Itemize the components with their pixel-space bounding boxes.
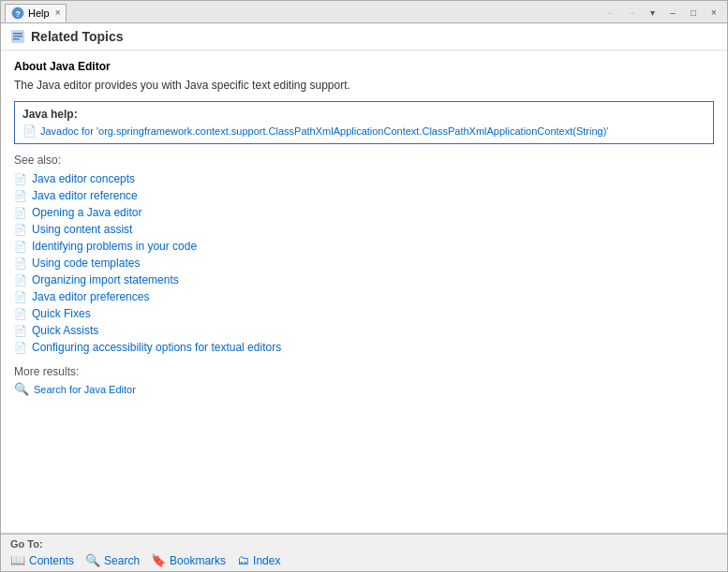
help-tab[interactable]: ? Help × <box>5 4 67 22</box>
title-bar: Related Topics <box>1 23 727 51</box>
list-item: 📄 Organizing import statements <box>14 271 714 288</box>
help-tab-icon: ? <box>11 7 24 20</box>
doc-icon: 📄 <box>14 207 27 219</box>
link-java-editor-preferences[interactable]: Java editor preferences <box>32 290 149 303</box>
search-label: Search <box>104 554 140 567</box>
help-window: ? Help × ← → ▾ – □ × Related Top <box>0 0 728 572</box>
more-results-label: More results: <box>14 365 714 378</box>
tab-navigation: ← → ▾ – □ × <box>602 5 723 22</box>
help-tab-label: Help <box>28 7 50 19</box>
bottom-bar: Go To: 📖 Contents 🔍 Search 🔖 Bookmarks 🗂… <box>1 534 727 571</box>
doc-icon: 📄 <box>14 190 27 202</box>
javadoc-doc-icon: 📄 <box>22 125 37 138</box>
see-also-list: 📄 Java editor concepts 📄 Java editor ref… <box>14 170 714 356</box>
doc-icon: 📄 <box>14 342 27 354</box>
doc-icon: 📄 <box>14 241 27 253</box>
list-item: 📄 Quick Fixes <box>14 305 714 322</box>
link-organizing-imports[interactable]: Organizing import statements <box>32 273 179 286</box>
index-link[interactable]: 🗂 Index <box>237 553 280 567</box>
goto-links: 📖 Contents 🔍 Search 🔖 Bookmarks 🗂 Index <box>10 553 718 567</box>
see-also-label: See also: <box>14 154 714 167</box>
doc-icon: 📄 <box>14 291 27 303</box>
forward-button[interactable]: → <box>622 5 641 22</box>
search-result-row: 🔍 Search for Java Editor <box>14 382 714 396</box>
svg-rect-4 <box>13 36 22 37</box>
search-for-java-editor-link[interactable]: Search for Java Editor <box>34 384 136 395</box>
list-item: 📄 Opening a Java editor <box>14 204 714 221</box>
doc-icon: 📄 <box>14 308 27 320</box>
list-item: 📄 Java editor reference <box>14 187 714 204</box>
link-quick-fixes[interactable]: Quick Fixes <box>32 307 91 320</box>
java-help-label: Java help: <box>22 108 706 121</box>
goto-label: Go To: <box>10 538 718 550</box>
java-help-box: Java help: 📄 Javadoc for 'org.springfram… <box>14 101 714 144</box>
link-using-code-templates[interactable]: Using code templates <box>32 257 140 270</box>
menu-button[interactable]: ▾ <box>643 5 661 22</box>
doc-icon: 📄 <box>14 224 27 236</box>
index-label: Index <box>253 554 280 567</box>
minimize-button[interactable]: – <box>663 5 682 22</box>
svg-rect-5 <box>13 38 20 40</box>
javadoc-row: 📄 Javadoc for 'org.springframework.conte… <box>22 125 706 138</box>
link-quick-assists[interactable]: Quick Assists <box>32 324 98 337</box>
contents-label: Contents <box>29 554 74 567</box>
main-content: About Java Editor The Java editor provid… <box>1 51 727 534</box>
section-description: The Java editor provides you with Java s… <box>14 79 714 92</box>
bookmarks-label: Bookmarks <box>170 554 226 567</box>
search-icon: 🔍 <box>85 553 100 567</box>
tab-close-icon[interactable]: × <box>55 7 61 18</box>
doc-icon: 📄 <box>14 173 27 185</box>
svg-text:?: ? <box>15 9 21 19</box>
tabs-container: ? Help × <box>5 4 67 22</box>
bookmarks-icon: 🔖 <box>151 553 166 567</box>
link-identifying-problems[interactable]: Identifying problems in your code <box>32 240 197 253</box>
javadoc-link[interactable]: Javadoc for 'org.springframework.context… <box>40 125 608 137</box>
bookmarks-link[interactable]: 🔖 Bookmarks <box>151 553 226 567</box>
doc-icon: 📄 <box>14 274 27 286</box>
search-link[interactable]: 🔍 Search <box>85 553 140 567</box>
contents-link[interactable]: 📖 Contents <box>10 553 74 567</box>
list-item: 📄 Using code templates <box>14 255 714 271</box>
index-icon: 🗂 <box>237 553 249 567</box>
back-button[interactable]: ← <box>602 5 620 22</box>
link-java-editor-concepts[interactable]: Java editor concepts <box>32 172 135 185</box>
search-result-icon: 🔍 <box>14 382 29 396</box>
section-heading: About Java Editor <box>14 60 714 73</box>
tab-bar: ? Help × ← → ▾ – □ × <box>1 1 727 23</box>
restore-button[interactable]: □ <box>684 5 703 22</box>
list-item: 📄 Quick Assists <box>14 322 714 339</box>
title-icon <box>10 29 25 44</box>
svg-rect-3 <box>13 33 22 35</box>
doc-icon: 📄 <box>14 325 27 337</box>
link-using-content-assist[interactable]: Using content assist <box>32 223 132 236</box>
link-java-editor-reference[interactable]: Java editor reference <box>32 189 138 202</box>
page-title: Related Topics <box>31 29 124 44</box>
list-item: 📄 Identifying problems in your code <box>14 238 714 255</box>
link-opening-java-editor[interactable]: Opening a Java editor <box>32 206 141 219</box>
list-item: 📄 Java editor concepts <box>14 170 714 187</box>
doc-icon: 📄 <box>14 257 27 270</box>
list-item: 📄 Configuring accessibility options for … <box>14 339 714 356</box>
close-button[interactable]: × <box>705 5 723 22</box>
link-configuring-accessibility[interactable]: Configuring accessibility options for te… <box>32 341 281 354</box>
contents-icon: 📖 <box>10 553 25 567</box>
list-item: 📄 Java editor preferences <box>14 288 714 305</box>
list-item: 📄 Using content assist <box>14 221 714 238</box>
